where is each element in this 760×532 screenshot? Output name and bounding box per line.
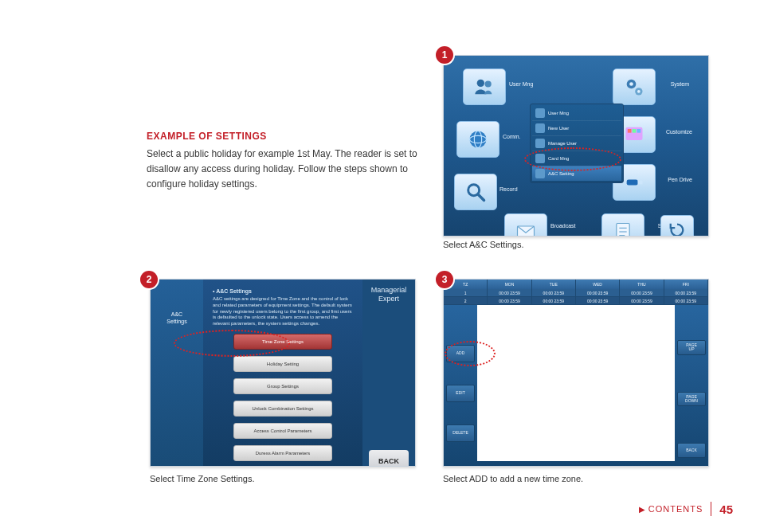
cell: 00:00 23:59 <box>620 289 664 297</box>
btn-back[interactable]: BACK <box>677 443 706 458</box>
btn-page-up[interactable]: PAGE UP <box>677 340 706 355</box>
play-icon: ▶ <box>639 505 645 514</box>
tile-comm[interactable] <box>456 121 499 158</box>
palette-icon <box>623 123 645 146</box>
svg-rect-18 <box>617 224 629 237</box>
tz-header-row: TZ MON TUE WED THU FRI <box>444 280 708 289</box>
btn-delete[interactable]: DELETE <box>446 424 475 442</box>
tile-label-pendrive: Pen Drive <box>668 177 692 182</box>
menu-item-ac-setting[interactable]: A&C Setting <box>532 166 621 181</box>
tile-label-comm: Comm. <box>503 134 521 139</box>
tile-label-record: Record <box>499 186 518 192</box>
screenshot-3-time-zone-list: TZ MON TUE WED THU FRI 1 00:00 23:59 00:… <box>443 279 709 467</box>
right-sidebar: Managerial Expert BACK <box>362 280 415 467</box>
menu-label: User Mng <box>548 111 569 115</box>
btn-holiday-setting[interactable]: Holiday Setting <box>233 356 332 372</box>
back-button[interactable]: BACK <box>369 450 409 467</box>
cell: 00:00 23:59 <box>576 289 620 297</box>
tile-label-system: System <box>671 81 689 87</box>
tile-label-user: User Mng <box>509 81 533 87</box>
btn-time-zone-settings[interactable]: Time Zone Settings <box>233 334 332 350</box>
menu-label: Card Mng <box>548 156 569 161</box>
intro-heading: EXAMPLE OF SETTINGS <box>147 131 441 142</box>
ac-settings-description: • A&C Settings A&C settings are designed… <box>213 288 353 327</box>
btn-page-down[interactable]: PAGE DOWN <box>677 392 706 407</box>
menu-label: New User <box>548 126 569 131</box>
left-sidebar: A&C Settings <box>151 280 203 467</box>
tz-right-panel: PAGE UP PAGE DOWN BACK <box>675 299 708 466</box>
intro-block: EXAMPLE OF SETTINGS Select a public holi… <box>147 131 441 193</box>
screenshot-2-ac-settings: A&C Settings • A&C Settings A&C settings… <box>150 279 416 467</box>
usb-icon <box>623 171 645 194</box>
svg-rect-15 <box>627 180 638 186</box>
tile-user-mng[interactable] <box>463 68 506 105</box>
svg-point-6 <box>470 131 487 148</box>
page-number: 45 <box>719 503 733 516</box>
step-badge-1: 1 <box>436 46 453 64</box>
svg-point-1 <box>485 80 492 87</box>
svg-point-5 <box>637 90 641 93</box>
menu-icon <box>535 169 545 178</box>
cell: 00:00 23:59 <box>532 297 576 305</box>
caption-1: Select A&C Settings. <box>443 240 524 249</box>
tile-broadcast[interactable] <box>504 213 547 237</box>
btn-group-settings[interactable]: Group Settings <box>233 378 332 394</box>
contents-link[interactable]: CONTENTS <box>648 504 703 514</box>
user-mng-submenu: User Mng New User Manage User Card Mng A… <box>530 104 624 183</box>
menu-icon <box>535 154 545 163</box>
cell: 1 <box>444 289 488 297</box>
step-badge-3: 3 <box>436 271 453 288</box>
cell: 00:00 23:59 <box>488 289 531 297</box>
tile-record[interactable] <box>454 174 497 210</box>
menu-item-manage[interactable]: Manage User <box>532 135 621 151</box>
menu-icon <box>535 108 545 118</box>
col-tue: TUE <box>532 280 576 289</box>
svg-rect-16 <box>638 181 643 185</box>
doc-icon <box>612 221 634 237</box>
caption-3: Select ADD to add a new time zone. <box>443 474 583 483</box>
tz-empty-area <box>477 305 675 461</box>
btn-access-control-parameters[interactable]: Access Control Parameters <box>233 423 332 439</box>
svg-point-3 <box>629 82 633 86</box>
screenshot-1-main-menu: User Mng System Comm. Customize Record P… <box>443 55 709 237</box>
menu-item-new-user[interactable]: New User <box>532 120 621 135</box>
svg-rect-11 <box>633 129 637 133</box>
btn-unlock-combination[interactable]: Unlock Combination Settings <box>233 401 332 417</box>
tz-row-2[interactable]: 2 00:00 23:59 00:00 23:59 00:00 23:59 00… <box>444 297 708 305</box>
cell: 00:00 23:59 <box>620 297 664 305</box>
magnifier-icon <box>464 181 487 203</box>
tile-sysinfo[interactable] <box>601 213 644 237</box>
caption-2: Select Time Zone Settings. <box>150 474 254 483</box>
intro-body: Select a public holiday for example 1st … <box>147 147 441 193</box>
mail-icon <box>515 221 537 237</box>
cell: 00:00 23:59 <box>532 289 576 297</box>
menu-icon <box>535 123 545 133</box>
btn-add[interactable]: ADD <box>446 345 475 362</box>
globe-icon <box>467 128 489 151</box>
menu-item-card-mng[interactable]: Card Mng <box>532 151 621 166</box>
svg-line-14 <box>479 195 484 201</box>
tz-row-1[interactable]: 1 00:00 23:59 00:00 23:59 00:00 23:59 00… <box>444 289 708 297</box>
tile-label-customize: Customize <box>666 129 692 135</box>
gears-icon <box>623 76 645 98</box>
users-icon <box>473 76 496 98</box>
svg-rect-10 <box>628 129 632 133</box>
btn-duress-alarm-parameters[interactable]: Duress Alarm Parameters <box>233 445 332 461</box>
tile-system[interactable] <box>613 68 656 105</box>
svg-rect-12 <box>637 129 641 133</box>
col-thu: THU <box>620 280 664 289</box>
cell: 00:00 23:59 <box>576 297 620 305</box>
tile-back[interactable] <box>660 215 694 237</box>
divider <box>711 502 711 516</box>
tz-left-panel: ADD EDIT DELETE <box>444 299 477 466</box>
menu-item-user-mng[interactable]: User Mng <box>532 106 621 120</box>
menu-icon <box>535 139 545 148</box>
menu-label: Manage User <box>548 141 577 146</box>
tile-label-broadcast: Broadcast <box>550 223 576 229</box>
btn-edit[interactable]: EDIT <box>446 385 475 402</box>
svg-point-0 <box>477 80 484 87</box>
col-fri: FRI <box>664 280 708 289</box>
col-mon: MON <box>488 280 531 289</box>
cell: 00:00 23:59 <box>664 289 708 297</box>
desc-body: A&C settings are designed for Time Zone … <box>213 296 352 326</box>
